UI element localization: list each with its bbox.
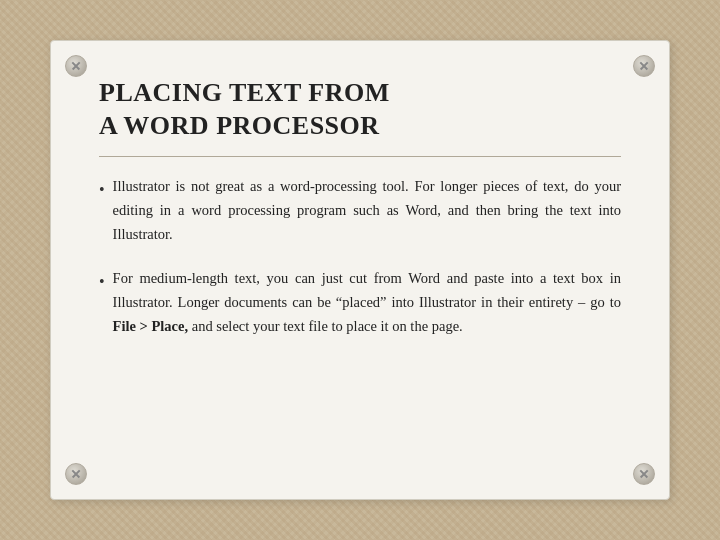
bullet-marker-1: • [99, 177, 105, 203]
content-section: • Illustrator is not great as a word-pro… [99, 175, 621, 339]
bullet-text-1: Illustrator is not great as a word-proce… [113, 175, 621, 247]
bullet-item-2: • For medium-length text, you can just c… [99, 267, 621, 339]
bullet-2-part-1: For medium-length text, you can just cut… [113, 270, 621, 310]
screw-bottom-right [633, 463, 655, 485]
content-card: PLACING TEXT FROM A WORD PROCESSOR • Ill… [50, 40, 670, 500]
bullet-marker-2: • [99, 269, 105, 295]
screw-bottom-left [65, 463, 87, 485]
bullet-item-1: • Illustrator is not great as a word-pro… [99, 175, 621, 247]
screw-top-right [633, 55, 655, 77]
bullet-text-2: For medium-length text, you can just cut… [113, 267, 621, 339]
bullet-2-part-3: and select your text file to place it on… [188, 318, 463, 334]
title-section: PLACING TEXT FROM A WORD PROCESSOR [99, 77, 621, 157]
bullet-2-bold: File > Place, [113, 318, 189, 334]
screw-top-left [65, 55, 87, 77]
slide-title: PLACING TEXT FROM A WORD PROCESSOR [99, 77, 621, 142]
